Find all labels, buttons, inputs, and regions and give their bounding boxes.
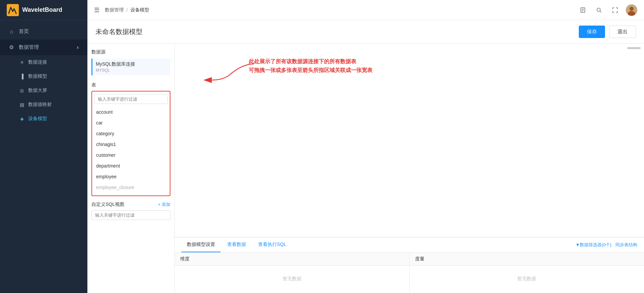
arrow-annotation-svg <box>202 57 255 84</box>
list-item[interactable]: category <box>94 128 168 139</box>
sql-section-title: 自定义SQL视图 <box>91 202 124 208</box>
scrollbar <box>627 47 641 49</box>
sidebar-sub-item-device-model[interactable]: ◈ 设备模型 <box>0 112 87 126</box>
sidebar: WaveletBoard ⌂ 首页 ⚙ 数据管理 ∧ ≡ 数据连接 ▐ 数据模型… <box>0 0 87 293</box>
sidebar-sub-label-data-mapping: 数据值映射 <box>28 102 52 108</box>
sql-section: 自定义SQL视图 + 添加 <box>91 202 170 223</box>
chevron-up-icon: ∧ <box>76 45 79 50</box>
tab-view-sql-label: 查看执行SQL <box>258 242 286 247</box>
list-item[interactable]: employee_closure <box>94 182 168 193</box>
topbar: ☰ 数据管理 / 设备模型 <box>87 0 644 20</box>
data-table: 维度 暂无数据 度量 暂无数据 <box>175 253 644 293</box>
device-icon: ◈ <box>19 116 25 121</box>
breadcrumb-parent: 数据管理 <box>105 7 124 13</box>
logo-icon <box>7 4 19 16</box>
tab-model-settings[interactable]: 数据模型设置 <box>182 237 220 252</box>
document-icon-btn[interactable] <box>577 5 588 15</box>
table-highlight-box: account car category chinagis1 customer … <box>91 91 170 196</box>
measure-header: 度量 <box>410 253 644 266</box>
sidebar-item-home[interactable]: ⌂ 首页 <box>0 24 87 39</box>
tab-view-sql[interactable]: 查看执行SQL <box>253 237 292 252</box>
dimension-column: 维度 暂无数据 <box>175 253 410 293</box>
user-avatar-icon <box>626 4 637 16</box>
svg-point-5 <box>597 8 600 11</box>
page-title: 未命名数据模型 <box>95 27 143 36</box>
sidebar-logo: WaveletBoard <box>0 0 87 20</box>
sidebar-sub-item-data-connection[interactable]: ≡ 数据连接 <box>0 55 87 69</box>
svg-line-6 <box>600 11 601 12</box>
dimension-empty: 暂无数据 <box>175 266 409 292</box>
tabs-actions: ▼数据筛选器(0个) 同步表结构 <box>575 242 637 248</box>
sidebar-sub-item-data-mapping[interactable]: ▤ 数据值映射 <box>0 98 87 112</box>
sidebar-item-data-management[interactable]: ⚙ 数据管理 ∧ <box>0 39 87 55</box>
menu-icon[interactable]: ☰ <box>94 6 99 14</box>
list-item[interactable]: account <box>94 107 168 117</box>
main-area: ☰ 数据管理 / 设备模型 <box>87 0 644 293</box>
list-item[interactable]: car <box>94 117 168 128</box>
list-item[interactable]: chinagis1 <box>94 139 168 150</box>
document-icon <box>580 7 586 13</box>
table-list: account car category chinagis1 customer … <box>94 107 168 193</box>
sidebar-data-management-label: 数据管理 <box>19 44 39 50</box>
exit-button[interactable]: 退出 <box>609 26 636 38</box>
breadcrumb: 数据管理 / 设备模型 <box>105 7 577 13</box>
data-source-name: MySQL数据库连接 <box>96 61 167 67</box>
sidebar-home-label: 首页 <box>19 28 29 35</box>
data-source-type: MYSQL <box>96 68 167 73</box>
data-source-section-title: 数据源 <box>91 49 170 55</box>
search-icon-btn[interactable] <box>594 5 604 15</box>
mapping-icon: ▤ <box>19 102 25 107</box>
table-section-title: 表 <box>91 82 170 88</box>
list-item[interactable]: customer <box>94 150 168 160</box>
sidebar-menu: ⌂ 首页 ⚙ 数据管理 ∧ ≡ 数据连接 ▐ 数据模型 ◎ 数据大屏 ▤ 数据值… <box>0 20 87 293</box>
data-source-item[interactable]: MySQL数据库连接 MYSQL <box>91 59 170 75</box>
app-name: WaveletBoard <box>22 6 62 13</box>
database-icon: ≡ <box>19 60 25 65</box>
page-body: 数据源 MySQL数据库连接 MYSQL 表 account car categ… <box>87 44 644 293</box>
screen-icon: ◎ <box>19 88 25 93</box>
tab-view-data-label: 查看数据 <box>227 242 246 247</box>
sidebar-sub-label-data-connection: 数据连接 <box>28 59 47 65</box>
sync-structure-button[interactable]: 同步表结构 <box>615 242 637 248</box>
sidebar-sub-label-device-model: 设备模型 <box>28 116 47 122</box>
sql-section-header: 自定义SQL视图 + 添加 <box>91 202 170 208</box>
content-area: 未命名数据模型 保存 退出 数据源 MySQL数据库连接 MYSQL 表 <box>87 20 644 293</box>
sql-add-button[interactable]: + 添加 <box>158 202 170 208</box>
measure-empty: 暂无数据 <box>410 266 644 292</box>
avatar[interactable] <box>626 4 637 16</box>
annotation-line2: 可拖拽一张或多张表至箭头所指区域关联成一张宽表 <box>249 67 372 73</box>
tab-model-settings-label: 数据模型设置 <box>187 242 215 247</box>
sidebar-sub-item-data-screen[interactable]: ◎ 数据大屏 <box>0 83 87 98</box>
left-panel: 数据源 MySQL数据库连接 MYSQL 表 account car categ… <box>87 44 175 293</box>
list-item[interactable]: employee <box>94 171 168 182</box>
table-search-input[interactable] <box>94 94 168 104</box>
tab-view-data[interactable]: 查看数据 <box>222 237 251 252</box>
drop-zone[interactable]: 此处展示了所有该数据源连接下的所有数据表 可拖拽一张或多张表至箭头所指区域关联成… <box>175 44 644 237</box>
gear-icon: ⚙ <box>8 44 15 50</box>
breadcrumb-current: 设备模型 <box>130 7 149 13</box>
home-icon: ⌂ <box>8 29 15 35</box>
fullscreen-icon <box>612 7 618 13</box>
tabs-row: 数据模型设置 查看数据 查看执行SQL ▼数据筛选器(0个) 同步表结构 <box>175 237 644 253</box>
list-item[interactable]: department <box>94 160 168 171</box>
topbar-actions <box>577 4 637 16</box>
svg-rect-0 <box>7 4 19 16</box>
sidebar-sub-label-data-model: 数据模型 <box>28 73 47 79</box>
fullscreen-icon-btn[interactable] <box>610 5 620 15</box>
save-button[interactable]: 保存 <box>579 26 605 38</box>
sidebar-sub-item-data-model[interactable]: ▐ 数据模型 <box>0 69 87 83</box>
dimension-header: 维度 <box>175 253 409 266</box>
page-header-buttons: 保存 退出 <box>579 26 636 38</box>
sql-search-input[interactable] <box>91 210 170 220</box>
search-icon <box>596 7 602 13</box>
annotation-text: 此处展示了所有该数据源连接下的所有数据表 可拖拽一张或多张表至箭头所指区域关联成… <box>249 57 372 74</box>
data-filter-button[interactable]: ▼数据筛选器(0个) <box>575 242 611 248</box>
bottom-panel: 数据模型设置 查看数据 查看执行SQL ▼数据筛选器(0个) 同步表结构 <box>175 237 644 293</box>
table-section: 表 account car category chinagis1 custome… <box>91 82 170 196</box>
right-panel: 此处展示了所有该数据源连接下的所有数据表 可拖拽一张或多张表至箭头所指区域关联成… <box>175 44 644 293</box>
sidebar-sub-label-data-screen: 数据大屏 <box>28 87 47 94</box>
chart-icon: ▐ <box>19 74 25 79</box>
breadcrumb-sep: / <box>126 7 128 13</box>
measure-column: 度量 暂无数据 <box>410 253 644 293</box>
annotation-line1: 此处展示了所有该数据源连接下的所有数据表 <box>249 59 356 64</box>
